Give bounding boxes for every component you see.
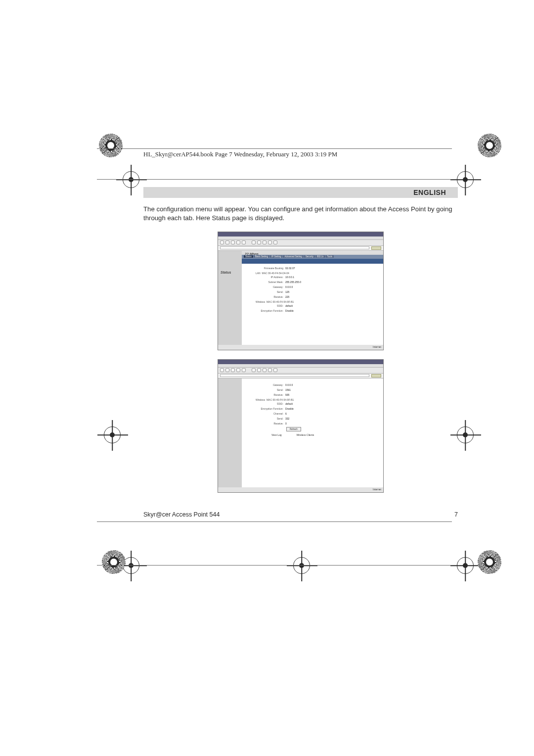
language-label: ENGLISH <box>413 189 446 196</box>
view-log-link[interactable]: View Log <box>271 433 281 436</box>
forward-icon[interactable] <box>225 368 229 372</box>
screenshot-status-bottom: Gateway:0.0.0.0 Send:1561 Receive:935 Wi… <box>218 359 384 493</box>
window-titlebar <box>218 360 383 364</box>
label: Receive: <box>247 393 285 396</box>
stop-icon[interactable] <box>231 368 235 372</box>
search-icon[interactable] <box>252 368 256 372</box>
label: Send: <box>247 388 285 391</box>
registration-mark <box>102 550 126 574</box>
label: Receive: <box>247 295 285 298</box>
menu-bar <box>218 364 383 368</box>
crop-mark <box>123 171 139 188</box>
label: Channel: <box>247 412 285 415</box>
label: Firmware Booting <box>247 267 285 270</box>
history-icon[interactable] <box>263 240 267 244</box>
label: SSID: <box>247 304 285 307</box>
value: 6 <box>285 412 287 415</box>
browser-toolbar <box>218 240 383 246</box>
stop-icon[interactable] <box>231 240 235 244</box>
registration-mark <box>99 134 123 157</box>
value: 10.0.0.1 <box>285 276 294 279</box>
sidebar-title: Status <box>221 271 231 274</box>
address-bar <box>218 374 383 378</box>
sidebar <box>218 251 242 345</box>
favorites-icon[interactable] <box>257 240 261 244</box>
body-paragraph: The configuration menu will appear. You … <box>143 205 458 223</box>
refresh-icon[interactable] <box>236 240 240 244</box>
crop-mark <box>104 426 121 443</box>
tab-basic-setting[interactable]: Basic Setting <box>254 255 269 258</box>
label: Send: <box>247 417 285 420</box>
footer-product: Skyr@cer Access Point 544 <box>143 511 220 518</box>
label: Gateway: <box>247 383 285 386</box>
crop-mark <box>457 171 474 188</box>
lan-section: LAN <box>256 272 261 275</box>
value: 125 <box>285 290 289 293</box>
lan-mac: MAC 00-40-F4-54-D4-04 <box>262 272 289 275</box>
value: 225 <box>285 295 289 298</box>
value: 0.0.0.0 <box>285 383 293 386</box>
address-input[interactable] <box>220 246 369 249</box>
label: Gateway: <box>247 285 285 288</box>
label: IP Address: <box>247 276 285 279</box>
back-icon[interactable] <box>220 240 224 244</box>
label: Encryption Function: <box>247 309 285 312</box>
browser-statusbar: Internet <box>218 487 383 492</box>
language-bar: ENGLISH <box>143 187 458 198</box>
mail-icon[interactable] <box>268 240 272 244</box>
value: 255.255.255.0 <box>285 281 301 284</box>
value: Disable <box>285 407 294 410</box>
tab-security[interactable]: Security <box>304 255 315 258</box>
refresh-icon[interactable] <box>236 368 240 372</box>
print-icon[interactable] <box>273 368 277 372</box>
screenshot-status-top: 22 Mbps Status Basic Setting IP Setting … <box>218 232 384 350</box>
wireless-clients-link[interactable]: Wireless Clients <box>296 433 314 436</box>
forward-icon[interactable] <box>225 240 229 244</box>
print-icon[interactable] <box>273 240 277 244</box>
value: 0.0.0.0 <box>285 285 293 288</box>
search-icon[interactable] <box>252 240 256 244</box>
crop-mark <box>123 557 139 574</box>
value: 332 <box>285 417 289 420</box>
refresh-button[interactable]: Refresh <box>286 427 301 431</box>
print-header: HL_Skyr@cerAP544.book Page 7 Wednesday, … <box>143 150 458 158</box>
value: 02.02.07 <box>285 267 295 270</box>
label: Send: <box>247 290 285 293</box>
mail-icon[interactable] <box>268 368 272 372</box>
sidebar <box>218 378 242 487</box>
tab-8021x[interactable]: 802.1x <box>315 255 325 258</box>
value: 1561 <box>285 388 291 391</box>
go-button[interactable] <box>371 374 381 378</box>
browser-toolbar <box>218 368 383 374</box>
address-bar <box>218 246 383 251</box>
tab-tools[interactable]: Tools <box>326 255 334 258</box>
value: Disable <box>285 309 294 312</box>
wireless-section: Wireless <box>256 398 265 401</box>
home-icon[interactable] <box>242 368 246 372</box>
label: SSID: <box>247 402 285 405</box>
address-input[interactable] <box>220 374 369 377</box>
value: default <box>285 304 293 307</box>
crop-mark <box>293 557 310 574</box>
tab-strip: Status Basic Setting IP Setting Advanced… <box>242 255 383 259</box>
footer-page-number: 7 <box>454 511 458 518</box>
favorites-icon[interactable] <box>257 368 261 372</box>
value: 0 <box>285 422 287 425</box>
window-titlebar <box>218 232 383 236</box>
label: Encryption Function: <box>247 407 285 410</box>
home-icon[interactable] <box>242 240 246 244</box>
tab-advanced-setting[interactable]: Advanced Setting <box>283 255 303 258</box>
label: Receive: <box>247 422 285 425</box>
value: 935 <box>285 393 289 396</box>
tab-ip-setting[interactable]: IP Setting <box>270 255 282 258</box>
menu-bar <box>218 236 383 240</box>
page-footer: Skyr@cer Access Point 544 7 <box>143 511 458 518</box>
back-icon[interactable] <box>220 368 224 372</box>
wireless-section: Wireless <box>256 300 265 303</box>
tab-status[interactable]: Status <box>244 255 253 258</box>
go-button[interactable] <box>371 246 381 250</box>
registration-mark <box>478 134 501 157</box>
history-icon[interactable] <box>263 368 267 372</box>
wireless-mac: MAC 00-40-F4-54-9F-B1 <box>267 398 294 401</box>
label: Subnet Mask: <box>247 281 285 284</box>
